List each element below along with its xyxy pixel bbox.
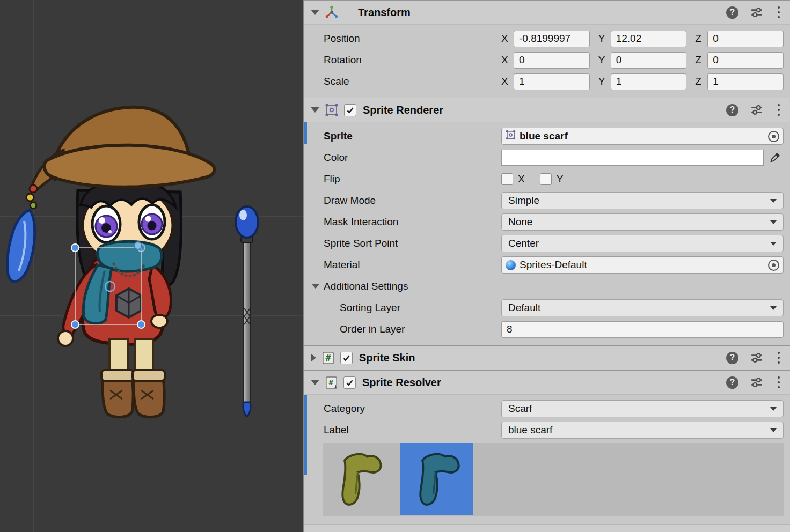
- draw-mode-dropdown[interactable]: Simple: [501, 192, 784, 209]
- position-z-field[interactable]: 0: [707, 31, 784, 47]
- axis-z-label: Z: [695, 76, 707, 87]
- position-y-field[interactable]: 12.02: [611, 31, 687, 47]
- kebab-menu-icon[interactable]: [776, 351, 781, 365]
- additional-settings-label: Additional Settings: [324, 280, 408, 292]
- sprite-object-value: blue scarf: [520, 130, 568, 142]
- flip-x-checkbox[interactable]: [501, 173, 513, 185]
- presets-icon[interactable]: [750, 376, 763, 389]
- svg-text:#: #: [326, 353, 331, 363]
- selection-handle: [71, 244, 79, 252]
- flip-row: Flip X Y: [304, 168, 790, 190]
- component-enabled-checkbox[interactable]: [340, 352, 353, 364]
- thumbnail-blue-scarf[interactable]: [400, 443, 473, 515]
- presets-icon[interactable]: [750, 104, 763, 116]
- bone-handle: [134, 242, 142, 249]
- additional-settings-row[interactable]: Additional Settings: [304, 276, 790, 297]
- chevron-down-icon: [770, 407, 777, 411]
- staff-sprite[interactable]: [236, 206, 258, 417]
- kebab-menu-icon[interactable]: [776, 103, 781, 117]
- sprite-renderer-title: Sprite Renderer: [363, 104, 443, 116]
- scale-y-field[interactable]: 1: [611, 73, 687, 90]
- color-swatch[interactable]: [501, 150, 764, 166]
- sorting-layer-dropdown[interactable]: Default: [501, 299, 784, 316]
- sprite-sort-point-row: Sprite Sort Point Center: [304, 233, 790, 254]
- scene-view[interactable]: [0, 0, 303, 532]
- transform-header[interactable]: Transform: [304, 0, 790, 25]
- rotation-z-field[interactable]: 0: [707, 52, 784, 69]
- object-picker-icon[interactable]: [768, 260, 779, 271]
- inspector-footer: [304, 524, 790, 532]
- chevron-down-icon: [770, 306, 777, 310]
- sprite-resolver-header[interactable]: #+ Sprite Resolver: [304, 370, 790, 395]
- draw-mode-label: Draw Mode: [324, 195, 501, 206]
- foldout-open-icon[interactable]: [311, 10, 319, 15]
- material-row: Material Sprites-Default: [304, 254, 790, 276]
- chevron-down-icon: [770, 242, 777, 246]
- character-sprite[interactable]: [8, 107, 215, 417]
- sorting-layer-label: Sorting Layer: [340, 302, 501, 314]
- label-dropdown[interactable]: blue scarf: [501, 422, 784, 439]
- sprite-skin-header[interactable]: # Sprite Skin: [304, 345, 790, 370]
- svg-text:#: #: [328, 378, 333, 387]
- svg-text:+: +: [334, 383, 338, 389]
- kebab-menu-icon[interactable]: [776, 5, 781, 20]
- help-icon[interactable]: [726, 376, 738, 389]
- label-row: Label blue scarf: [304, 419, 790, 441]
- rotation-x-field[interactable]: 0: [514, 52, 590, 69]
- order-in-layer-field[interactable]: 8: [501, 321, 784, 338]
- material-object-field[interactable]: Sprites-Default: [501, 256, 784, 274]
- transform-body: Position X -0.8199997 Y 12.02 Z 0 Rotati…: [304, 25, 790, 98]
- help-icon[interactable]: [726, 352, 738, 364]
- override-indicator: [304, 395, 307, 475]
- foldout-open-icon[interactable]: [312, 284, 319, 289]
- mask-interaction-dropdown[interactable]: None: [501, 213, 784, 231]
- presets-icon[interactable]: [750, 6, 763, 19]
- scale-z-field[interactable]: 1: [707, 73, 784, 90]
- material-object-value: Sprites-Default: [520, 259, 587, 271]
- scene-canvas: [0, 0, 303, 532]
- material-sphere-icon: [506, 260, 516, 270]
- sprite-object-field[interactable]: blue scarf: [501, 128, 784, 145]
- sprite-renderer-body: Sprite blue scarf Color: [304, 122, 790, 345]
- flip-y-label: Y: [557, 173, 564, 185]
- sprite-sort-point-dropdown[interactable]: Center: [501, 235, 784, 252]
- mask-interaction-row: Mask Interaction None: [304, 211, 790, 233]
- kebab-menu-icon[interactable]: [776, 375, 781, 390]
- sprite-skin-title: Sprite Skin: [359, 352, 415, 364]
- material-label: Material: [324, 259, 501, 271]
- flip-y-checkbox[interactable]: [540, 173, 552, 185]
- transform-title: Transform: [358, 6, 411, 19]
- sprite-resolver-title: Sprite Resolver: [362, 376, 441, 389]
- help-icon[interactable]: [726, 104, 738, 116]
- category-dropdown[interactable]: Scarf: [501, 400, 784, 417]
- transform-icon: [325, 5, 339, 19]
- component-enabled-checkbox[interactable]: [343, 376, 356, 389]
- presets-icon[interactable]: [750, 351, 763, 364]
- sprite-renderer-header[interactable]: Sprite Renderer: [304, 98, 790, 122]
- thumbnail-green-scarf[interactable]: [323, 443, 395, 515]
- axis-y-label: Y: [598, 54, 611, 66]
- eyedropper-icon[interactable]: [766, 150, 784, 166]
- foldout-open-icon[interactable]: [311, 380, 319, 385]
- help-icon[interactable]: [726, 6, 738, 19]
- scale-label: Scale: [324, 76, 501, 87]
- scale-row: Scale X 1 Y 1 Z 1: [304, 71, 790, 92]
- sprite-variant-strip: [323, 443, 784, 516]
- component-enabled-checkbox[interactable]: [344, 104, 356, 116]
- foldout-closed-icon[interactable]: [311, 353, 316, 362]
- flip-x-label: X: [518, 173, 525, 185]
- axis-y-label: Y: [598, 33, 611, 45]
- position-x-field[interactable]: -0.8199997: [514, 31, 590, 47]
- scale-x-field[interactable]: 1: [514, 73, 590, 90]
- foldout-open-icon[interactable]: [311, 107, 319, 113]
- sprite-label: Sprite: [324, 130, 501, 142]
- mask-interaction-label: Mask Interaction: [324, 216, 501, 228]
- axis-x-label: X: [501, 33, 514, 45]
- sorting-layer-row: Sorting Layer Default: [304, 297, 790, 319]
- object-picker-icon[interactable]: [768, 131, 779, 142]
- sprite-sort-point-label: Sprite Sort Point: [324, 238, 501, 249]
- category-label: Category: [324, 403, 501, 415]
- label-label: Label: [324, 424, 501, 436]
- rotation-y-field[interactable]: 0: [611, 52, 687, 69]
- axis-x-label: X: [501, 54, 514, 66]
